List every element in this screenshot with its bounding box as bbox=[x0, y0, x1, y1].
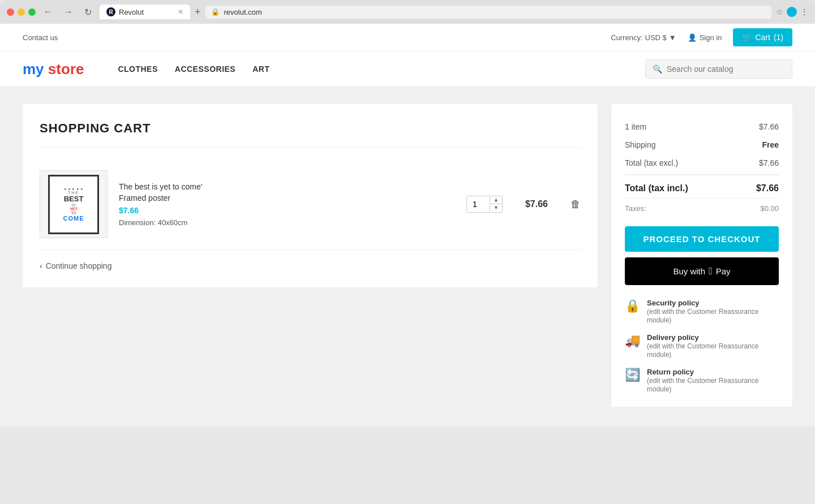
logo[interactable]: my store bbox=[23, 61, 84, 78]
main-content: SHOPPING CART ★ ★ ★ ★ ★ THE BEST IS YET … bbox=[0, 87, 815, 427]
nav-link-art[interactable]: ART bbox=[252, 64, 269, 74]
sign-in-button[interactable]: 👤 Sign in bbox=[688, 33, 722, 42]
summary-total-incl-row: Total (tax incl.) $7.66 bbox=[625, 174, 779, 198]
summary-items-row: 1 item $7.66 bbox=[625, 118, 779, 136]
reassurance-section: 🔒 Security policy (edit with the Custome… bbox=[625, 299, 779, 393]
nav-link-accessories[interactable]: ACCESSORIES bbox=[175, 64, 235, 74]
poster-preview: ★ ★ ★ ★ ★ THE BEST IS YET TO COME bbox=[48, 175, 99, 234]
checkout-button[interactable]: PROCEED TO CHECKOUT bbox=[625, 226, 779, 252]
nav-link-clothes[interactable]: CLOTHES bbox=[118, 64, 157, 74]
logo-store: store bbox=[48, 61, 84, 77]
currency-label: Currency: bbox=[611, 33, 642, 42]
item-details: The best is yet to come' Framed poster $… bbox=[119, 182, 455, 227]
delivery-policy-title: Delivery policy bbox=[647, 333, 779, 342]
item-price: $7.66 bbox=[119, 206, 455, 215]
menu-icon[interactable]: ⋮ bbox=[800, 7, 808, 16]
summary-total-excl-row: Total (tax excl.) $7.66 bbox=[625, 154, 779, 172]
summary-shipping-label: Shipping bbox=[625, 140, 656, 149]
summary-items-label: 1 item bbox=[625, 122, 646, 131]
summary-total-excl-value: $7.66 bbox=[759, 158, 779, 167]
sign-in-label: Sign in bbox=[700, 33, 722, 42]
applepay-button[interactable]: Buy with  Pay bbox=[625, 257, 779, 285]
security-policy-text: Security policy (edit with the Customer … bbox=[647, 299, 779, 324]
profile-icon[interactable] bbox=[787, 7, 797, 17]
security-policy-desc: (edit with the Customer Reassurance modu… bbox=[647, 308, 758, 324]
new-tab-button[interactable]: + bbox=[195, 6, 201, 18]
delivery-policy-desc: (edit with the Customer Reassurance modu… bbox=[647, 342, 758, 359]
lock-icon: 🔒 bbox=[211, 8, 220, 16]
item-type: Framed poster bbox=[119, 193, 455, 203]
browser-chrome: ← → ↻ R Revolut ✕ + 🔒 revolut.com ☆ ⋮ bbox=[0, 0, 815, 24]
contact-us-link[interactable]: Contact us bbox=[23, 33, 58, 42]
logo-my: my bbox=[23, 61, 48, 77]
cart-button[interactable]: 🛒 Cart (1) bbox=[733, 28, 792, 46]
dimension-value: 40x60cm bbox=[158, 218, 188, 227]
quantity-control[interactable]: ▲ ▼ bbox=[466, 196, 503, 213]
quantity-stepper[interactable]: ▲ ▼ bbox=[490, 196, 502, 212]
taxes-label: Taxes: bbox=[625, 204, 646, 213]
back-button[interactable]: ← bbox=[40, 6, 56, 18]
poster-text-yet: YET bbox=[70, 207, 78, 211]
top-bar: Contact us Currency: USD $ ▼ 👤 Sign in 🛒… bbox=[0, 24, 815, 51]
currency-value: USD $ bbox=[645, 33, 667, 42]
apple-logo-icon:  bbox=[709, 265, 713, 277]
summary-shipping-row: Shipping Free bbox=[625, 136, 779, 154]
poster-text-is: IS bbox=[72, 203, 76, 207]
reload-button[interactable]: ↻ bbox=[81, 6, 95, 19]
maximize-dot[interactable] bbox=[28, 8, 36, 16]
chevron-down-icon: ▼ bbox=[669, 33, 676, 42]
delivery-policy-item: 🚚 Delivery policy (edit with the Custome… bbox=[625, 333, 779, 359]
continue-shopping-link[interactable]: ‹ Continue shopping bbox=[40, 261, 581, 270]
continue-shopping-label: Continue shopping bbox=[46, 261, 112, 270]
nav-links: CLOTHES ACCESSORIES ART bbox=[118, 64, 269, 74]
cart-icon: 🛒 bbox=[742, 33, 752, 42]
user-icon: 👤 bbox=[688, 33, 697, 42]
summary-total-excl-label: Total (tax excl.) bbox=[625, 158, 678, 167]
browser-dots bbox=[7, 8, 36, 16]
security-policy-title: Security policy bbox=[647, 299, 779, 307]
security-policy-item: 🔒 Security policy (edit with the Custome… bbox=[625, 299, 779, 324]
quantity-increment[interactable]: ▲ bbox=[490, 196, 502, 204]
summary-taxes-row: Taxes: $0.00 bbox=[625, 198, 779, 217]
return-icon: 🔄 bbox=[625, 368, 640, 382]
quantity-decrement[interactable]: ▼ bbox=[490, 204, 502, 212]
close-dot[interactable] bbox=[7, 8, 14, 16]
cart-item: ★ ★ ★ ★ ★ THE BEST IS YET TO COME The be… bbox=[40, 159, 581, 250]
browser-actions: ☆ ⋮ bbox=[776, 7, 808, 17]
return-policy-title: Return policy bbox=[647, 368, 779, 376]
browser-navigation: ← → ↻ bbox=[40, 6, 95, 19]
poster-text-best: BEST bbox=[64, 195, 84, 203]
return-policy-text: Return policy (edit with the Customer Re… bbox=[647, 368, 779, 393]
item-total: $7.66 bbox=[525, 199, 548, 209]
currency-selector[interactable]: Currency: USD $ ▼ bbox=[611, 33, 676, 42]
forward-button[interactable]: → bbox=[61, 6, 76, 18]
truck-icon: 🚚 bbox=[625, 333, 640, 348]
search-input[interactable] bbox=[667, 64, 785, 74]
search-box[interactable]: 🔍 bbox=[645, 59, 792, 79]
minimize-dot[interactable] bbox=[18, 8, 25, 16]
item-name: The best is yet to come' bbox=[119, 182, 455, 191]
summary-total-incl-label: Total (tax incl.) bbox=[625, 183, 688, 193]
dimension-label: Dimension: bbox=[119, 218, 156, 227]
bookmark-icon[interactable]: ☆ bbox=[776, 7, 783, 16]
cart-title: SHOPPING CART bbox=[40, 121, 581, 148]
poster-text-the: THE bbox=[68, 191, 79, 195]
applepay-label: Pay bbox=[716, 266, 731, 276]
summary-total-incl-value: $7.66 bbox=[756, 183, 779, 193]
quantity-input[interactable] bbox=[467, 196, 490, 212]
delete-item-button[interactable]: 🗑 bbox=[570, 199, 581, 210]
cart-panel: SHOPPING CART ★ ★ ★ ★ ★ THE BEST IS YET … bbox=[23, 104, 598, 287]
nav-bar: my store CLOTHES ACCESSORIES ART 🔍 bbox=[0, 51, 815, 87]
lock-reassurance-icon: 🔒 bbox=[625, 299, 640, 313]
tab-favicon: R bbox=[106, 7, 115, 16]
applepay-prefix: Buy with bbox=[673, 266, 705, 276]
poster-text-to: TO bbox=[71, 211, 76, 215]
cart-count: (1) bbox=[774, 33, 783, 42]
browser-tab[interactable]: R Revolut ✕ bbox=[100, 5, 190, 19]
return-policy-item: 🔄 Return policy (edit with the Customer … bbox=[625, 368, 779, 393]
summary-panel: 1 item $7.66 Shipping Free Total (tax ex… bbox=[611, 104, 792, 407]
delivery-policy-text: Delivery policy (edit with the Customer … bbox=[647, 333, 779, 359]
address-bar[interactable]: 🔒 revolut.com bbox=[205, 6, 771, 19]
url-text: revolut.com bbox=[224, 8, 262, 16]
tab-close-button[interactable]: ✕ bbox=[178, 8, 183, 16]
